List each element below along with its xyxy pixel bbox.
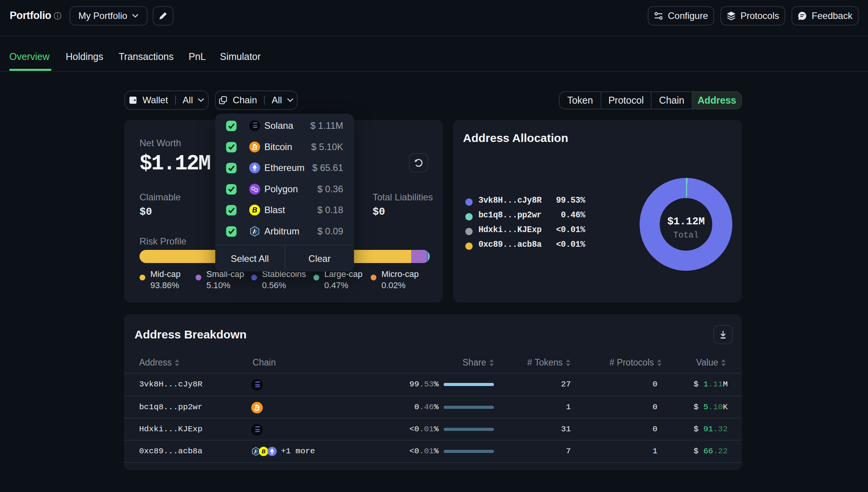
svg-text:B: B [262,448,266,454]
svg-text:B: B [252,206,257,214]
